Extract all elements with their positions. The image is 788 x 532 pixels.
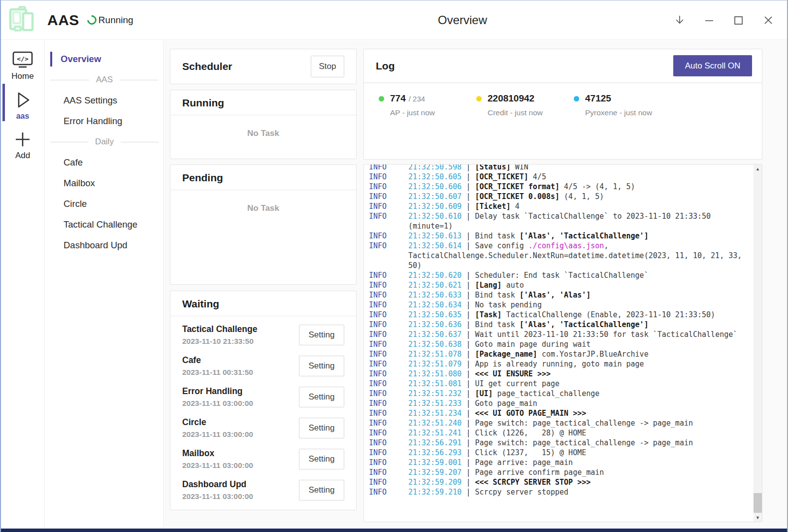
log-line: INFO21:32:50.607 | [OCR_TICKET 0.008s] (… [369, 192, 754, 201]
log-line: INFO21:32:51.240 | Page switch: page_tac… [369, 418, 754, 428]
log-line: INFO21:32:50.613 | Bind task ['Alas', 'T… [369, 231, 754, 241]
waiting-task-next-run: 2023-11-11 03:00:00 [182, 399, 253, 408]
maximize-icon[interactable] [733, 14, 745, 26]
log-message: 21:32:50.636 | Bind task ['Alas', 'Tacti… [408, 320, 754, 330]
rail-item-home[interactable]: </> Home [1, 50, 44, 81]
dashboard-stats: 774/ 234AP - just now220810942Credit - j… [364, 83, 762, 117]
log-scrollbar[interactable]: ▲ ▼ [754, 165, 762, 522]
stat-label: AP - just now [390, 108, 476, 117]
stat-suffix: / 234 [409, 95, 425, 103]
scrollbar-thumb[interactable] [754, 493, 762, 513]
plus-icon [12, 129, 33, 150]
log-text: Bind task [475, 232, 519, 240]
waiting-list: Tactical Challenge2023-11-10 21:33:50Set… [170, 316, 356, 505]
running-card: Running No Task [170, 90, 357, 159]
log-timestamp: 21:32:50.609 [408, 202, 461, 211]
stat-dot-icon [379, 96, 384, 101]
log-level: INFO [369, 310, 408, 320]
rail-item-aas[interactable]: aas [1, 89, 44, 121]
stop-button[interactable]: Stop [311, 56, 344, 77]
log-timestamp: 21:32:50.620 [408, 271, 461, 280]
log-text: WIN [511, 165, 528, 171]
log-line: INFO21:32:50.606 | [OCR_TICKET format] 4… [369, 182, 754, 192]
waiting-task-name: Circle [182, 417, 253, 428]
sidebar-item-tactical-challenge[interactable]: Tactical Challenge [45, 214, 164, 235]
scrollbar-up-icon[interactable]: ▲ [754, 165, 762, 173]
sidebar-item-circle[interactable]: Circle [45, 194, 164, 214]
setting-button-dashboard-upd[interactable]: Setting [299, 480, 344, 500]
log-line: INFO21:32:51.233 | Goto page_main [369, 399, 754, 408]
log-message: 21:32:51.240 | Page switch: page_tactica… [408, 418, 754, 428]
log-line: INFO21:32:59.207 | Page arrive confirm p… [369, 467, 754, 477]
log-message: 21:32:50.637 | Wait until 2023-11-10 21:… [408, 330, 754, 339]
waiting-task-info: Circle2023-11-11 03:00:00 [182, 417, 253, 439]
sidebar-section-daily: Daily [45, 132, 164, 152]
section-divider-line [50, 142, 88, 142]
waiting-task-row: Circle2023-11-11 03:00:00Setting [182, 412, 344, 443]
log-level: INFO [369, 182, 408, 192]
log-text: [Package_name] [475, 350, 537, 359]
log-message: 21:32:51.234 | <<< UI GOTO PAGE_MAIN >>> [408, 408, 754, 418]
log-message: 21:32:59.001 | Page arrive: page_main [408, 458, 754, 467]
setting-button-error-handling[interactable]: Setting [299, 387, 344, 407]
log-level: INFO [369, 339, 408, 349]
log-timestamp: 21:32:51.234 [408, 409, 461, 418]
log-line: INFO21:32:50.637 | Wait until 2023-11-10… [369, 330, 754, 339]
sidebar-item-error-handling[interactable]: Error Handling [45, 111, 164, 132]
log-text: [Lang] [475, 281, 501, 290]
log-level: INFO [369, 241, 408, 270]
waiting-card: Waiting Tactical Challenge2023-11-10 21:… [170, 291, 357, 510]
minimize-icon[interactable] [703, 14, 715, 26]
log-line: INFO21:32:51.234 | <<< UI GOTO PAGE_MAIN… [369, 408, 754, 418]
waiting-task-info: Error Handling2023-11-11 03:00:00 [182, 386, 253, 408]
auto-scroll-button[interactable]: Auto Scroll ON [673, 55, 752, 76]
pending-empty-text: No Task [170, 203, 356, 213]
sidebar-item-mailbox[interactable]: Mailbox [45, 173, 164, 194]
log-line: INFO21:32:51.241 | Click (1226, 28) @ HO… [369, 428, 754, 438]
log-line: INFO21:32:51.078 | [Package_name] com.Yo… [369, 349, 754, 359]
section-label: Daily [95, 137, 114, 147]
stat-label: Pyroxene - just now [585, 108, 671, 117]
download-icon[interactable] [674, 14, 686, 26]
setting-button-cafe[interactable]: Setting [299, 356, 344, 376]
close-icon[interactable] [762, 14, 774, 26]
sidebar-item-overview[interactable]: Overview [45, 49, 164, 69]
waiting-task-row: Tactical Challenge2023-11-10 21:33:50Set… [182, 319, 344, 350]
stat-value: 220810942 [488, 93, 534, 104]
log-message: 21:32:50.613 | Bind task ['Alas', 'Tacti… [408, 231, 754, 241]
log-path: ./config\aas.json [528, 241, 604, 250]
setting-button-mailbox[interactable]: Setting [299, 449, 344, 469]
log-timestamp: 21:32:50.638 [408, 340, 461, 349]
log-line: INFO21:32:59.210 | Scrcpy server stopped [369, 487, 754, 497]
sidebar-item-dashboard-upd[interactable]: Dashboard Upd [45, 235, 164, 256]
log-line: INFO21:32:50.634 | No task pending [369, 300, 754, 310]
scrollbar-down-icon[interactable]: ▼ [754, 513, 762, 522]
waiting-task-info: Dashboard Upd2023-11-11 03:00:00 [182, 479, 253, 501]
log-timestamp: 21:32:56.293 [408, 448, 461, 457]
log-level: INFO [369, 477, 408, 487]
stat-item-pyroxene: 47125Pyroxene - just now [574, 93, 671, 117]
log-text: Goto page_main [475, 399, 537, 408]
sidebar-item-cafe[interactable]: Cafe [45, 152, 164, 173]
waiting-task-row: Error Handling2023-11-11 03:00:00Setting [182, 381, 344, 412]
sidebar-item-aas-settings[interactable]: AAS Settings [45, 90, 164, 111]
app-name: AAS [47, 12, 79, 29]
section-divider-line [50, 80, 89, 80]
waiting-task-name: Mailbox [182, 448, 253, 459]
log-text: [Ticket] [475, 202, 510, 211]
log-console[interactable]: INFO21:32:50.598 | [Status] WININFO21:32… [363, 164, 762, 522]
log-level: INFO [369, 192, 408, 201]
setting-button-tactical-challenge[interactable]: Setting [299, 325, 344, 345]
log-text: No task pending [475, 300, 541, 309]
window-bottom-edge [1, 529, 787, 532]
rail-item-add[interactable]: Add [1, 129, 44, 161]
log-level: INFO [369, 231, 408, 241]
setting-button-circle[interactable]: Setting [299, 418, 344, 438]
log-level: INFO [369, 369, 408, 379]
log-text: TacticalChallenge (Enable, 2023-11-10 21… [502, 310, 715, 319]
log-message: 21:32:50.607 | [OCR_TICKET 0.008s] (4, 1… [408, 192, 754, 201]
log-level: INFO [369, 487, 408, 497]
waiting-title: Waiting [182, 298, 344, 310]
log-message: 21:32:50.605 | [OCR_TICKET] 4/5 [408, 172, 754, 182]
log-line: INFO21:32:50.633 | Bind task ['Alas', 'A… [369, 290, 754, 300]
